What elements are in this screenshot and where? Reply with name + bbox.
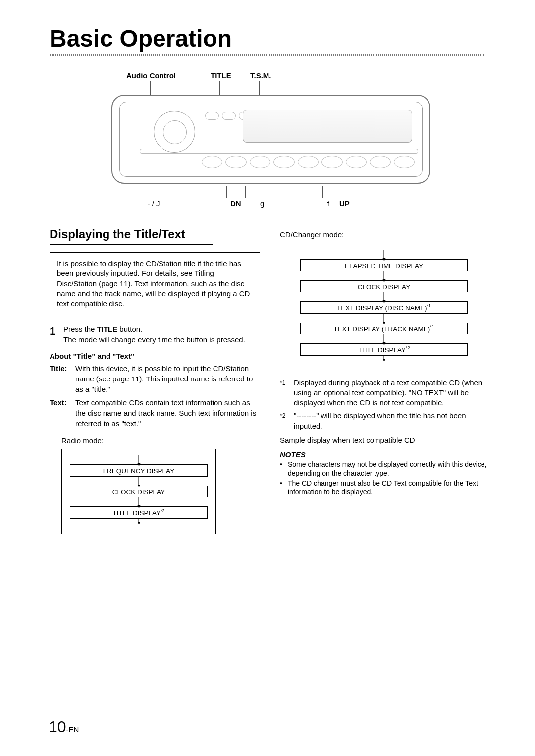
label-tsm: T.S.M. [250,71,290,80]
page-title: Basic Operation [50,25,490,52]
preset-buttons [202,156,415,169]
section-heading: Displaying the Title/Text [50,227,260,241]
cd-mode-label: CD/Changer mode: [280,230,490,239]
radio-mode-label: Radio mode: [61,436,260,445]
footnote-2: "--------" will be displayed when the ti… [294,411,490,431]
step-text-c: The mode will change every time the butt… [63,335,245,344]
cycle-item: CLOCK DISPLAY [70,486,208,498]
step-text-a: Press the [63,325,97,333]
note-2: The CD changer must also be CD Text comp… [288,479,490,496]
cycle-item: CLOCK DISPLAY [300,280,468,293]
stereo-outline [111,95,430,184]
sample-caption: Sample display when text compatible CD [280,436,490,444]
footnote-mark-1: *1 [280,379,290,408]
cd-cycle-box: ELAPSED TIME DISPLAY CLOCK DISPLAY TEXT … [292,244,476,371]
step-text-b: button. [117,325,142,333]
title-rule [50,54,485,56]
cycle-item: TITLE DISPLAY*2 [70,506,208,519]
about-subhead: About "Title" and "Text" [50,352,260,360]
label-title-button: TITLE [211,71,250,80]
bullet-icon: • [280,479,285,496]
def-title-label: Title: [50,363,72,394]
page-number: 10-EN [49,718,79,736]
cycle-item: TEXT DISPLAY (TRACK NAME)*1 [300,323,468,335]
def-title-text: With this device, it is possible to inpu… [75,363,260,394]
step-number: 1 [50,324,58,345]
label-f: f [275,199,339,208]
cycle-item: ELAPSED TIME DISPLAY [300,259,468,271]
cycle-item: TEXT DISPLAY (DISC NAME)*1 [300,301,468,314]
label-audio-control: Audio Control [126,71,211,80]
step-1: 1 Press the TITLE button. The mode will … [50,324,260,345]
def-text-label: Text: [50,397,72,429]
bullet-icon: • [280,460,285,478]
cycle-item: TITLE DISPLAY*2 [300,343,468,356]
label-g: g [260,199,275,208]
dial-icon [154,111,195,153]
footnote-mark-2: *2 [280,412,290,431]
step-button-name: TITLE [97,325,118,333]
radio-cycle-box: FREQUENCY DISPLAY CLOCK DISPLAY TITLE DI… [61,449,216,534]
heading-rule [50,244,213,245]
label-dn: DN [230,199,260,208]
cycle-item: FREQUENCY DISPLAY [70,464,208,477]
intro-box: It is possible to display the CD/Station… [50,252,260,315]
lcd-display [243,110,412,143]
notes-heading: NOTES [280,450,490,459]
device-diagram: Audio Control TITLE T.S.M. [97,71,443,208]
label-play-pause: - / J [116,199,191,208]
footnote-1: Displayed during playback of a text comp… [294,378,490,408]
def-text-text: Text compatible CDs contain text informa… [75,397,260,429]
label-up: UP [339,199,359,208]
note-1: Some characters may not be displayed cor… [288,460,490,478]
